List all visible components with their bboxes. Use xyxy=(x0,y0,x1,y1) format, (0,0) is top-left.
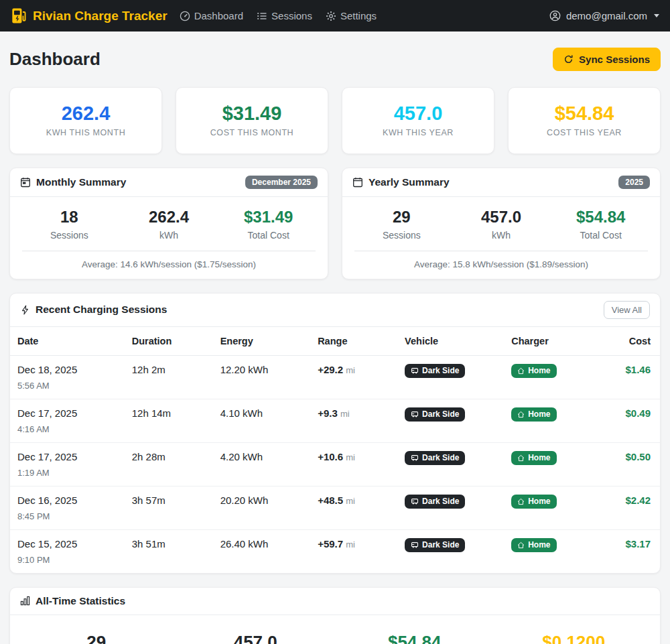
monthly-summary-header: Monthly Summary December 2025 xyxy=(10,168,328,197)
col-header-range: Range xyxy=(310,327,397,356)
sync-sessions-label: Sync Sessions xyxy=(579,54,650,65)
ev-charger-logo-icon xyxy=(11,7,27,24)
car-front-icon xyxy=(411,410,419,418)
yearly-summary-card: Yearly Summary 2025 29 Sessions 457.0 kW… xyxy=(342,168,661,279)
yearly-summary-header: Yearly Summary 2025 xyxy=(342,168,660,197)
house-icon xyxy=(517,411,525,418)
monthly-summary-card: Monthly Summary December 2025 18 Session… xyxy=(9,168,328,279)
range-unit: mi xyxy=(346,539,355,550)
yearly-kwh-label: kWh xyxy=(452,230,551,241)
cost-year-card: $54.84 COST THIS YEAR xyxy=(508,87,661,154)
recent-sessions-card: Recent Charging Sessions View All Date D… xyxy=(9,293,661,574)
monthly-cost-label: Total Cost xyxy=(218,230,318,241)
chevron-down-icon xyxy=(654,14,659,17)
refresh-icon xyxy=(563,54,574,64)
session-duration: 3h 57m xyxy=(125,486,213,529)
main-content: Dashboard Sync Sessions 262.4 KWH THIS M… xyxy=(0,31,670,644)
sync-sessions-button[interactable]: Sync Sessions xyxy=(553,48,661,71)
kwh-month-value: 262.4 xyxy=(62,104,111,123)
session-date: Dec 16, 2025 xyxy=(17,495,118,506)
recent-sessions-header: Recent Charging Sessions View All xyxy=(10,294,660,327)
view-all-button[interactable]: View All xyxy=(604,301,650,319)
calendar-month-icon xyxy=(20,177,31,188)
yearly-cost-label: Total Cost xyxy=(551,230,651,241)
house-icon xyxy=(517,541,525,549)
session-duration: 12h 14m xyxy=(125,399,213,442)
vehicle-badge: Dark Side xyxy=(405,495,465,509)
page-header: Dashboard Sync Sessions xyxy=(9,48,661,71)
vehicle-badge: Dark Side xyxy=(405,538,465,552)
yearly-cost-stat: $54.84 Total Cost xyxy=(551,208,651,241)
kwh-month-card: 262.4 KWH THIS MONTH xyxy=(9,87,162,154)
navbar: Rivian Charge Tracker Dashboard Sessions xyxy=(0,0,670,31)
car-front-icon xyxy=(411,497,419,505)
sessions-table: Date Duration Energy Range Vehicle Charg… xyxy=(10,327,660,573)
all-time-stats-body: 29 Total Sessions 457.0 Total kWh $54.84… xyxy=(10,615,660,644)
session-range: +59.7 xyxy=(318,538,343,550)
session-cost: $1.46 xyxy=(625,364,651,375)
charger-badge: Home xyxy=(511,451,556,465)
yearly-sessions-value: 29 xyxy=(352,208,452,227)
session-time: 5:56 AM xyxy=(17,381,118,391)
table-row: Dec 18, 2025 5:56 AM 12h 2m 12.20 kWh +2… xyxy=(10,355,660,399)
table-row: Dec 16, 2025 8:45 PM 3h 57m 20.20 kWh +4… xyxy=(10,486,660,529)
divider xyxy=(354,251,648,251)
monthly-average-text: Average: 14.6 kWh/session ($1.75/session… xyxy=(19,259,318,269)
stat-cards-row: 262.4 KWH THIS MONTH $31.49 COST THIS MO… xyxy=(9,87,661,154)
session-energy: 4.20 kWh xyxy=(213,442,311,486)
session-time: 9:10 PM xyxy=(17,555,118,565)
person-circle-icon xyxy=(549,10,561,21)
monthly-cost-value: $31.49 xyxy=(218,208,318,227)
total-sessions-stat: 29 Total Sessions xyxy=(17,633,176,644)
rate-per-kwh-stat: $0.1200 Rate per kWh xyxy=(494,633,654,644)
session-cost: $0.50 xyxy=(625,451,651,462)
yearly-cost-value: $54.84 xyxy=(551,208,651,227)
col-header-energy: Energy xyxy=(213,327,311,356)
session-cost: $2.42 xyxy=(625,495,651,506)
session-energy: 20.20 kWh xyxy=(213,486,311,529)
cost-month-card: $31.49 COST THIS MONTH xyxy=(176,87,328,154)
rate-per-kwh-value: $0.1200 xyxy=(494,633,654,644)
nav-links: Dashboard Sessions xyxy=(180,10,377,21)
monthly-cost-stat: $31.49 Total Cost xyxy=(218,208,318,241)
nav-item-settings[interactable]: Settings xyxy=(326,10,377,21)
session-date: Dec 17, 2025 xyxy=(17,407,118,419)
lightning-icon xyxy=(20,305,30,315)
session-duration: 2h 28m xyxy=(125,442,213,486)
nav-item-dashboard[interactable]: Dashboard xyxy=(180,10,243,21)
yearly-sessions-label: Sessions xyxy=(352,230,452,241)
yearly-kwh-stat: 457.0 kWh xyxy=(452,208,551,241)
total-kwh-stat: 457.0 Total kWh xyxy=(176,633,336,644)
col-header-cost: Cost xyxy=(598,327,660,356)
range-unit: mi xyxy=(346,452,355,462)
table-row: Dec 17, 2025 4:16 AM 12h 14m 4.10 kWh +9… xyxy=(10,399,660,442)
page-title: Dashboard xyxy=(9,49,100,70)
summary-cards-row: Monthly Summary December 2025 18 Session… xyxy=(9,168,661,279)
nav-item-label: Settings xyxy=(340,10,377,21)
col-header-duration: Duration xyxy=(125,327,213,356)
car-front-icon xyxy=(411,541,419,549)
charger-badge: Home xyxy=(511,364,556,378)
all-time-stats-header: All-Time Statistics xyxy=(10,588,660,615)
speedometer-icon xyxy=(180,11,190,21)
monthly-kwh-stat: 262.4 kWh xyxy=(119,208,219,241)
calendar-icon xyxy=(352,177,363,188)
session-cost: $0.49 xyxy=(625,407,651,419)
cost-month-label: COST THIS MONTH xyxy=(210,128,294,137)
nav-item-sessions[interactable]: Sessions xyxy=(257,10,312,21)
table-row: Dec 15, 2025 9:10 PM 3h 51m 26.40 kWh +5… xyxy=(10,529,660,573)
session-energy: 26.40 kWh xyxy=(213,529,311,573)
yearly-kwh-value: 457.0 xyxy=(452,208,551,227)
brand[interactable]: Rivian Charge Tracker xyxy=(11,7,168,24)
yearly-sessions-stat: 29 Sessions xyxy=(352,208,452,241)
yearly-summary-title: Yearly Summary xyxy=(368,176,450,188)
session-date: Dec 17, 2025 xyxy=(17,451,118,462)
kwh-year-card: 457.0 KWH THIS YEAR xyxy=(342,87,494,154)
monthly-summary-title: Monthly Summary xyxy=(36,176,126,188)
total-cost-value: $54.84 xyxy=(335,633,494,644)
session-date: Dec 18, 2025 xyxy=(17,364,118,375)
session-time: 4:16 AM xyxy=(17,424,118,434)
bar-chart-icon xyxy=(20,596,30,606)
all-time-stats-card: All-Time Statistics 29 Total Sessions 45… xyxy=(9,587,661,644)
user-menu-dropdown[interactable]: demo@gmail.com xyxy=(549,10,659,21)
